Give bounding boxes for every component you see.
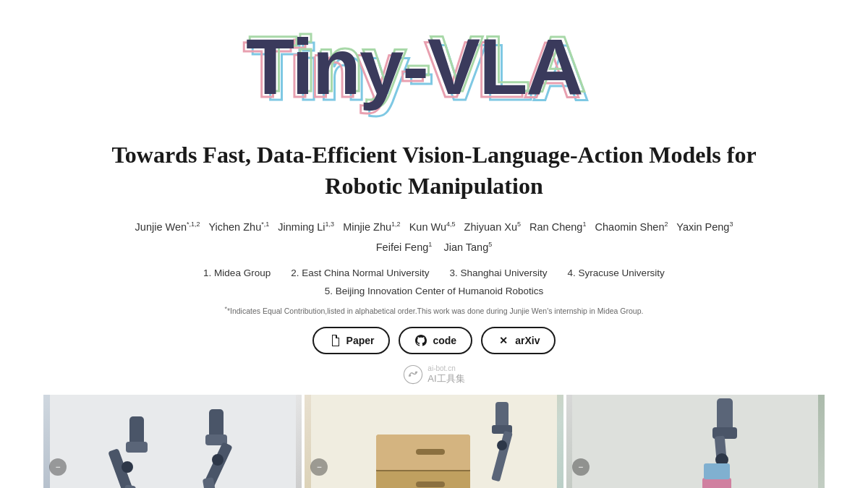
- watermark-site: ai-bot.cn: [427, 364, 464, 373]
- affil-row-1: 1. Midea Group 2. East China Normal Univ…: [203, 265, 665, 282]
- watermark-logo-icon: [403, 364, 423, 385]
- svg-rect-39: [702, 478, 731, 488]
- logo-main-text: Tiny-VLA: [246, 20, 582, 112]
- svg-point-2: [415, 371, 417, 373]
- gallery: − 3x: [43, 395, 825, 488]
- robot-arm-svg-1: [50, 395, 296, 488]
- affil-4: 4. Syracuse University: [568, 265, 665, 282]
- footnote: **Indicates Equal Contribution,listed in…: [225, 304, 644, 315]
- authors-section: Junjie Wen*,1,2 Yichen Zhu*,1 Jinming Li…: [135, 218, 733, 257]
- svg-point-0: [404, 365, 422, 383]
- affil-1: 1. Midea Group: [203, 265, 271, 282]
- svg-rect-6: [126, 442, 148, 453]
- buttons-row: Paper code ✕ arXiv: [312, 327, 556, 354]
- paper-button[interactable]: Paper: [312, 327, 391, 354]
- svg-rect-40: [704, 463, 730, 479]
- code-button-label: code: [433, 335, 456, 346]
- page-wrapper: Tiny-VLA Tiny-VLA Tiny-VLA Tiny-VLA Towa…: [0, 0, 868, 488]
- paper-icon: [328, 334, 341, 347]
- svg-rect-10: [209, 409, 224, 438]
- logo-wrap: Tiny-VLA Tiny-VLA Tiny-VLA Tiny-VLA: [246, 20, 622, 121]
- gallery-image-3: [566, 395, 825, 488]
- svg-point-9: [122, 461, 133, 473]
- gallery-image-1: [43, 395, 302, 488]
- gallery-2-prev-button[interactable]: −: [310, 458, 328, 476]
- authors-line-2: Feifei Feng1 Jian Tang5: [135, 238, 733, 258]
- arxiv-icon: ✕: [497, 334, 510, 347]
- affil-row-2: 5. Beijing Innovation Center of Humanoid…: [203, 283, 665, 300]
- gallery-item-3: − 1x: [566, 395, 825, 488]
- svg-rect-5: [129, 416, 144, 445]
- svg-rect-3: [50, 395, 296, 488]
- box-scene-svg: [311, 395, 557, 488]
- footnote-text: **Indicates Equal Contribution,listed in…: [225, 307, 644, 315]
- arxiv-button-label: arXiv: [515, 335, 540, 346]
- paper-button-label: Paper: [346, 335, 375, 346]
- robot-stack-svg: [572, 395, 818, 488]
- watermark: ai-bot.cn AI工具集: [403, 364, 464, 385]
- svg-rect-22: [416, 449, 445, 455]
- svg-rect-23: [416, 481, 445, 487]
- gallery-item-2: − 1x: [305, 395, 563, 488]
- watermark-label: ai-bot.cn AI工具集: [427, 364, 464, 385]
- gallery-item-1: − 3x: [43, 395, 302, 488]
- svg-rect-32: [572, 395, 818, 488]
- gallery-3-prev-button[interactable]: −: [572, 458, 590, 476]
- svg-point-1: [409, 374, 412, 377]
- svg-point-14: [212, 454, 224, 466]
- svg-point-28: [497, 440, 507, 450]
- watermark-name: AI工具集: [427, 373, 464, 385]
- svg-rect-34: [717, 398, 733, 431]
- svg-rect-25: [495, 402, 509, 427]
- github-icon: [414, 334, 427, 347]
- affil-2: 2. East China Normal University: [291, 265, 429, 282]
- gallery-1-prev-button[interactable]: −: [49, 458, 67, 476]
- paper-title: Towards Fast, Data-Efficient Vision-Lang…: [109, 140, 760, 202]
- code-button[interactable]: code: [399, 327, 472, 354]
- affil-3: 3. Shanghai University: [450, 265, 548, 282]
- gallery-image-2: [305, 395, 563, 488]
- arxiv-button[interactable]: ✕ arXiv: [481, 327, 556, 354]
- logo-container: Tiny-VLA Tiny-VLA Tiny-VLA Tiny-VLA: [246, 14, 622, 127]
- affiliations: 1. Midea Group 2. East China Normal Univ…: [203, 265, 665, 300]
- authors-line-1: Junjie Wen*,1,2 Yichen Zhu*,1 Jinming Li…: [135, 218, 733, 238]
